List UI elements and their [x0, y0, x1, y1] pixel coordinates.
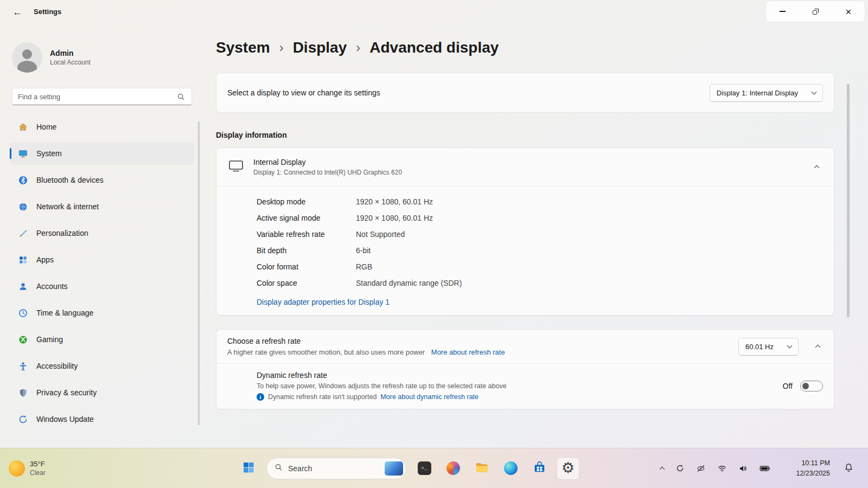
select-display-label: Select a display to view or change its s… — [227, 88, 380, 97]
more-about-refresh-rate-link[interactable]: More about refresh rate — [431, 348, 505, 356]
breadcrumb-display[interactable]: Display — [293, 39, 347, 56]
select-display-card: Select a display to view or change its s… — [216, 73, 834, 113]
refresh-rate-value: 60.01 Hz — [745, 343, 774, 351]
info-label: Color space — [257, 279, 356, 287]
edge-browser-button[interactable] — [500, 458, 521, 479]
sidebar-item-label: Gaming — [36, 335, 63, 344]
info-label: Desktop mode — [257, 197, 356, 206]
minimize-icon — [780, 11, 786, 11]
sidebar-nav: Home System Bluetooth & devices Network … — [10, 115, 194, 431]
sidebar-item-label: Windows Update — [36, 415, 94, 423]
display-select-dropdown[interactable]: Display 1: Internal Display — [710, 84, 823, 102]
notifications-bell-button[interactable] — [844, 463, 854, 475]
restore-icon — [813, 9, 819, 15]
shield-icon — [17, 387, 28, 398]
avatar — [12, 42, 42, 73]
battery-icon[interactable] — [757, 462, 773, 475]
collapse-display-info-button[interactable] — [812, 159, 822, 175]
settings-app-button[interactable]: ⚙ — [557, 458, 579, 479]
window-controls: × — [766, 1, 865, 22]
sidebar-item-label: Apps — [36, 255, 54, 264]
collapse-refresh-rate-button[interactable] — [813, 338, 823, 355]
taskbar-search-label: Search — [288, 464, 379, 473]
wifi-icon[interactable] — [715, 461, 729, 476]
dynamic-refresh-rate-subtitle: To help save power, Windows adjusts the … — [257, 382, 507, 390]
main-content: System › Display › Advanced display Sele… — [216, 30, 834, 409]
sidebar-item-time-language[interactable]: Time & language — [10, 301, 194, 324]
settings-search-input[interactable] — [18, 93, 175, 101]
minimize-button[interactable] — [766, 1, 799, 22]
sidebar-item-accessibility[interactable]: Accessibility — [10, 355, 194, 377]
sidebar-item-label: Network & internet — [36, 202, 99, 211]
dynamic-refresh-rate-title: Dynamic refresh rate — [257, 371, 507, 380]
info-label: Bit depth — [257, 246, 356, 255]
system-tray — [658, 448, 773, 488]
sidebar-item-accounts[interactable]: Accounts — [10, 275, 194, 298]
info-value: 1920 × 1080, 60.01 Hz — [356, 197, 433, 206]
search-icon — [275, 463, 283, 473]
main-scrollbar[interactable] — [847, 84, 850, 317]
info-value: 1920 × 1080, 60.01 Hz — [356, 214, 433, 222]
display-select-value: Display 1: Internal Display — [717, 89, 798, 97]
info-value: 6-bit — [356, 246, 371, 255]
update-arrows-icon — [17, 414, 28, 425]
info-value: Not Supported — [356, 230, 405, 239]
sidebar-item-apps[interactable]: Apps — [10, 248, 194, 271]
copilot-app-button[interactable] — [442, 458, 464, 479]
breadcrumb-separator: › — [356, 40, 360, 55]
sidebar-item-windows-update[interactable]: Windows Update — [10, 408, 194, 431]
privacy-slash-icon[interactable] — [694, 461, 708, 476]
sidebar-item-gaming[interactable]: Gaming — [10, 328, 194, 351]
display-card-subtitle: Display 1: Connected to Intel(R) UHD Gra… — [253, 169, 402, 176]
refresh-rate-dropdown[interactable]: 60.01 Hz — [738, 338, 799, 356]
file-explorer-button[interactable] — [471, 458, 493, 479]
info-row-bit-depth: Bit depth 6-bit — [257, 242, 823, 259]
start-button[interactable] — [238, 458, 259, 479]
display-adapter-properties-link[interactable]: Display adapter properties for Display 1 — [257, 298, 390, 306]
terminal-app-button[interactable]: >_ — [413, 458, 435, 479]
sidebar-item-label: Privacy & security — [36, 388, 97, 397]
refresh-rate-title: Choose a refresh rate — [227, 337, 505, 345]
sidebar-item-network-internet[interactable]: Network & internet — [10, 195, 194, 218]
refresh-rate-card: Choose a refresh rate A higher rate give… — [216, 329, 834, 409]
monitor-icon — [228, 159, 244, 175]
xbox-gaming-icon — [17, 334, 28, 345]
sidebar-item-bluetooth-devices[interactable]: Bluetooth & devices — [10, 169, 194, 191]
sidebar-item-system[interactable]: System — [10, 142, 194, 165]
clock-date: 12/23/2025 — [796, 468, 830, 478]
sidebar-item-personalization[interactable]: Personalization — [10, 222, 194, 245]
taskbar-clock[interactable]: 10:11 PM 12/23/2025 — [796, 448, 830, 488]
sidebar-scrollbar[interactable] — [198, 121, 200, 425]
back-button[interactable]: ← — [9, 5, 26, 20]
display-information-header[interactable]: Internal Display Display 1: Connected to… — [216, 148, 834, 186]
microsoft-store-button[interactable] — [528, 458, 550, 479]
info-label: Variable refresh rate — [257, 230, 356, 239]
breadcrumb-system[interactable]: System — [216, 39, 270, 56]
close-button[interactable]: × — [832, 1, 865, 22]
dynamic-refresh-rate-toggle[interactable] — [800, 381, 823, 391]
weather-widget[interactable]: 35°F Clear — [5, 448, 49, 488]
more-about-dynamic-refresh-rate-link[interactable]: More about dynamic refresh rate — [380, 393, 478, 401]
sidebar-item-privacy-security[interactable]: Privacy & security — [10, 381, 194, 404]
info-row-desktop-mode: Desktop mode 1920 × 1080, 60.01 Hz — [257, 194, 823, 210]
restore-button[interactable] — [799, 1, 832, 22]
refresh-rate-header: Choose a refresh rate A higher rate give… — [216, 330, 834, 363]
volume-icon[interactable] — [736, 461, 750, 476]
info-row-color-format: Color format RGB — [257, 259, 823, 275]
account-profile[interactable]: Admin Local Account — [7, 30, 197, 75]
sync-status-icon[interactable] — [673, 461, 687, 475]
store-icon — [533, 460, 546, 476]
taskbar-search-box[interactable]: Search — [266, 458, 406, 479]
info-row-active-signal-mode: Active signal mode 1920 × 1080, 60.01 Hz — [257, 210, 823, 226]
info-label: Color format — [257, 262, 356, 271]
settings-search-box[interactable] — [12, 88, 192, 105]
user-name: Admin — [50, 49, 91, 57]
search-highlight-thumbnail — [385, 461, 403, 476]
system-icon — [17, 148, 28, 159]
display-information-heading: Display information — [216, 131, 834, 139]
toggle-knob — [802, 383, 809, 389]
sidebar-item-home[interactable]: Home — [10, 115, 194, 138]
info-value: RGB — [356, 262, 372, 271]
hidden-icons-button[interactable] — [658, 463, 666, 473]
accessibility-icon — [17, 361, 28, 371]
